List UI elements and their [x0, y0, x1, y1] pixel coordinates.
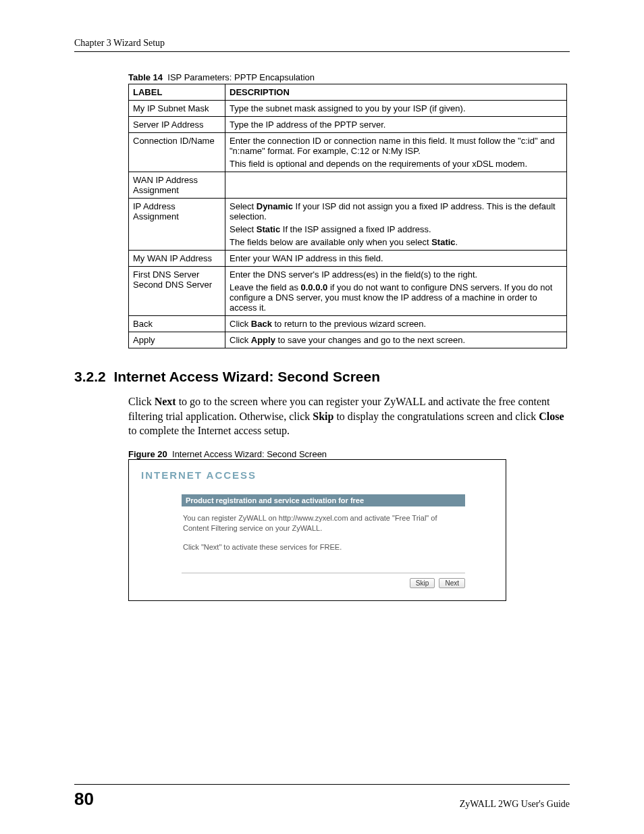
figure-caption-text: Internet Access Wizard: Second Screen — [172, 449, 327, 459]
table-row: IP Address Assignment Select Dynamic If … — [129, 199, 567, 251]
table-row: My WAN IP Address Enter your WAN IP addr… — [129, 251, 567, 267]
section-title: Internet Access Wizard: Second Screen — [113, 369, 380, 384]
param-table: LABEL DESCRIPTION My IP Subnet Mask Type… — [128, 84, 567, 348]
table-caption-text: ISP Parameters: PPTP Encapsulation — [167, 72, 315, 82]
row-label: First DNS Server Second DNS Server — [129, 267, 225, 316]
figure-box: INTERNET ACCESS Product registration and… — [128, 459, 506, 602]
table-row: Connection ID/Name Enter the connection … — [129, 133, 567, 172]
row-desc: Select Dynamic If your ISP did not assig… — [225, 199, 567, 251]
row-label-line: First DNS Server — [133, 269, 199, 280]
desc-line: Enter the DNS server's IP address(es) in… — [230, 269, 562, 280]
desc-bold: Apply — [251, 335, 275, 345]
col-description: DESCRIPTION — [225, 84, 567, 101]
page-number: 80 — [74, 789, 94, 810]
row-desc: Enter the DNS server's IP address(es) in… — [225, 267, 567, 316]
row-label: Back — [129, 316, 225, 332]
table-row: Server IP Address Type the IP address of… — [129, 117, 567, 133]
table-row: WAN IP Address Assignment — [129, 172, 567, 199]
table-header-row: LABEL DESCRIPTION — [129, 84, 567, 101]
row-desc: Enter the connection ID or connection na… — [225, 133, 567, 172]
table-row: Back Click Back to return to the previou… — [129, 316, 567, 332]
row-label-line: Second DNS Server — [133, 280, 212, 290]
wizard-line: You can register ZyWALL on http://www.zy… — [183, 513, 464, 533]
chapter-header: Chapter 3 Wizard Setup — [74, 38, 570, 52]
figure-caption: Figure 20 Internet Access Wizard: Second… — [128, 449, 570, 459]
desc-text: The fields below are available only when… — [230, 237, 431, 247]
body-text: Click — [128, 396, 155, 407]
row-label: WAN IP Address Assignment — [129, 172, 225, 199]
wizard-body: You can register ZyWALL on http://www.zy… — [182, 506, 465, 553]
section-heading: 3.2.2 Internet Access Wizard: Second Scr… — [74, 369, 570, 385]
desc-text: If the ISP assigned a fixed IP address. — [280, 224, 431, 234]
desc-text: Select — [230, 201, 257, 211]
page-footer: 80 ZyWALL 2WG User's Guide — [74, 784, 570, 810]
table-caption-label: Table 14 — [128, 72, 163, 82]
col-label: LABEL — [129, 84, 225, 101]
desc-bold: Static — [431, 237, 455, 247]
desc-bold: Static — [257, 224, 280, 234]
row-label: IP Address Assignment — [129, 199, 225, 251]
next-button[interactable]: Next — [439, 578, 465, 588]
section-number: 3.2.2 — [74, 369, 106, 384]
wizard-title: INTERNET ACCESS — [141, 469, 493, 481]
desc-bold: 0.0.0.0 — [301, 282, 328, 292]
desc-bold: Dynamic — [257, 201, 293, 211]
desc-line: Enter the connection ID or connection na… — [230, 136, 555, 156]
desc-text: Click — [230, 319, 251, 329]
wizard-section-bar: Product registration and service activat… — [182, 494, 465, 506]
section-paragraph: Click Next to go to the screen where you… — [128, 394, 570, 438]
row-label: My IP Subnet Mask — [129, 101, 225, 117]
table-caption: Table 14 ISP Parameters: PPTP Encapsulat… — [128, 72, 570, 82]
row-desc: Click Back to return to the previous wiz… — [225, 316, 567, 332]
row-desc: Type the IP address of the PPTP server. — [225, 117, 567, 133]
row-desc: Enter your WAN IP address in this field. — [225, 251, 567, 267]
wizard-panel: Product registration and service activat… — [182, 494, 465, 589]
table-row: First DNS Server Second DNS Server Enter… — [129, 267, 567, 316]
body-bold: Next — [155, 396, 176, 407]
row-label: Server IP Address — [129, 117, 225, 133]
row-desc — [225, 172, 567, 199]
row-desc: Type the subnet mask assigned to you by … — [225, 101, 567, 117]
desc-text: Leave the field as — [230, 282, 301, 292]
body-bold: Close — [539, 411, 564, 422]
body-text: to display the congratulations screen an… — [333, 411, 539, 422]
row-label: Connection ID/Name — [129, 133, 225, 172]
desc-text: to save your changes and go to the next … — [275, 335, 465, 345]
figure-caption-label: Figure 20 — [128, 449, 167, 459]
desc-text: to return to the previous wizard screen. — [272, 319, 426, 329]
body-text: to complete the Internet access setup. — [128, 425, 290, 436]
desc-line: This field is optional and depends on th… — [230, 159, 527, 169]
desc-text: Select — [230, 224, 257, 234]
row-label: Apply — [129, 332, 225, 348]
body-bold: Skip — [313, 411, 333, 422]
guide-name: ZyWALL 2WG User's Guide — [460, 799, 570, 810]
desc-text: . — [456, 237, 458, 247]
desc-text: Click — [230, 335, 251, 345]
skip-button[interactable]: Skip — [410, 578, 435, 588]
wizard-line: Click "Next" to activate these services … — [183, 542, 464, 552]
row-desc: Click Apply to save your changes and go … — [225, 332, 567, 348]
wizard-button-bar: Skip Next — [182, 573, 465, 588]
desc-bold: Back — [251, 319, 272, 329]
table-row: My IP Subnet Mask Type the subnet mask a… — [129, 101, 567, 117]
table-row: Apply Click Apply to save your changes a… — [129, 332, 567, 348]
row-label: My WAN IP Address — [129, 251, 225, 267]
